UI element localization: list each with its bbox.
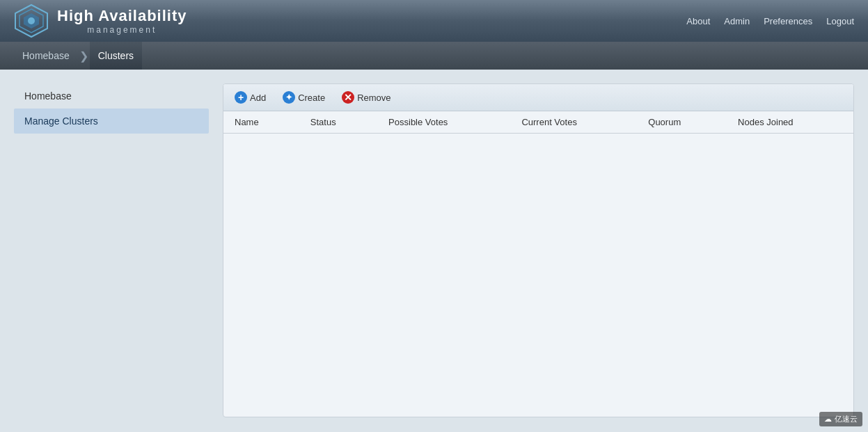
remove-icon: ✕ bbox=[342, 91, 354, 104]
create-button[interactable]: ✦ Create bbox=[280, 90, 328, 105]
breadcrumb-bar: Homebase ❯ Clusters bbox=[0, 42, 868, 70]
create-label: Create bbox=[298, 93, 325, 103]
breadcrumb-separator: ❯ bbox=[79, 49, 88, 63]
toolbar: + Add ✦ Create ✕ Remove bbox=[223, 84, 853, 111]
remove-button[interactable]: ✕ Remove bbox=[339, 90, 393, 105]
nav-preferences[interactable]: Preferences bbox=[764, 16, 812, 26]
col-quorum: Quorum bbox=[637, 111, 727, 134]
logo-area: High Availability management bbox=[14, 3, 187, 38]
watermark-icon: ☁ bbox=[824, 415, 832, 424]
nav-logout[interactable]: Logout bbox=[826, 16, 854, 26]
add-icon: + bbox=[235, 91, 247, 104]
nav-about[interactable]: About bbox=[686, 16, 710, 26]
clusters-table: Name Status Possible Votes Current Votes… bbox=[223, 111, 853, 134]
breadcrumb-homebase[interactable]: Homebase bbox=[14, 42, 78, 70]
col-status: Status bbox=[299, 111, 377, 134]
remove-label: Remove bbox=[357, 93, 390, 103]
watermark-text: 亿速云 bbox=[835, 414, 858, 424]
table-header-row: Name Status Possible Votes Current Votes… bbox=[223, 111, 853, 134]
add-button[interactable]: + Add bbox=[232, 90, 269, 105]
add-label: Add bbox=[250, 93, 266, 103]
sidebar-manage-clusters[interactable]: Manage Clusters bbox=[14, 109, 209, 134]
svg-point-3 bbox=[28, 17, 35, 24]
nav-admin[interactable]: Admin bbox=[724, 16, 750, 26]
col-name: Name bbox=[223, 111, 299, 134]
sidebar-homebase[interactable]: Homebase bbox=[14, 83, 209, 109]
col-current-votes: Current Votes bbox=[510, 111, 637, 134]
col-possible-votes: Possible Votes bbox=[377, 111, 510, 134]
breadcrumb-clusters[interactable]: Clusters bbox=[90, 42, 142, 70]
logo-title: High Availability bbox=[57, 7, 187, 25]
content-panel: + Add ✦ Create ✕ Remove Name Status Poss… bbox=[223, 83, 854, 417]
sidebar: Homebase Manage Clusters bbox=[14, 83, 209, 417]
header: High Availability management About Admin… bbox=[0, 0, 868, 42]
logo-icon bbox=[14, 3, 49, 38]
logo-text: High Availability management bbox=[57, 7, 187, 35]
logo-subtitle: management bbox=[57, 25, 187, 35]
col-nodes-joined: Nodes Joined bbox=[727, 111, 853, 134]
create-icon: ✦ bbox=[283, 91, 295, 104]
nav-links: About Admin Preferences Logout bbox=[686, 16, 854, 26]
main-content: Homebase Manage Clusters + Add ✦ Create … bbox=[0, 70, 868, 431]
watermark: ☁ 亿速云 bbox=[819, 412, 862, 426]
